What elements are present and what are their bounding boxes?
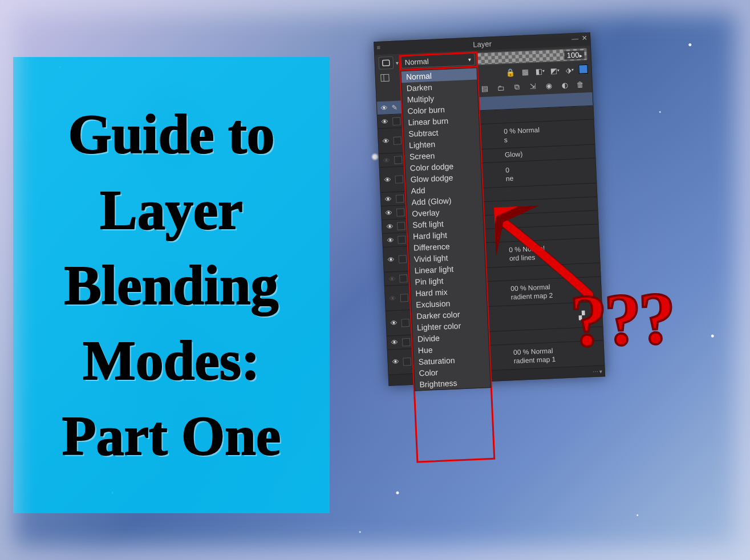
new-folder-icon[interactable]: 🗀: [495, 82, 507, 93]
chevron-down-icon[interactable]: ▾: [599, 368, 602, 374]
dots-icon[interactable]: ⋯: [593, 368, 598, 374]
transfer-icon[interactable]: ⇲: [526, 81, 538, 92]
layer-name-partial: radient map 2: [511, 291, 553, 301]
title-text: Guide to Layer Blending Modes: Part One: [30, 96, 313, 473]
layer-name-partial: Glow): [505, 150, 523, 159]
layer-meta: 0: [505, 166, 509, 174]
layer-color-swatch[interactable]: [578, 64, 588, 74]
menu-icon[interactable]: ≡: [376, 44, 379, 51]
svg-rect-0: [383, 60, 390, 66]
panel-title: Layer: [473, 39, 492, 48]
layer-thumb: [393, 136, 402, 145]
blend-mode-value: Normal: [404, 57, 429, 67]
layer-name-partial: ne: [506, 174, 514, 182]
question-marks: ???: [569, 275, 674, 364]
visibility-icon[interactable]: 👁: [380, 117, 391, 126]
close-icon[interactable]: ✕: [582, 34, 588, 42]
stepper-icon[interactable]: ▸: [579, 52, 582, 58]
layer-thumb: [400, 294, 409, 302]
layer-thumb: [399, 274, 408, 283]
grid-icon[interactable]: ▦: [519, 66, 531, 77]
layer-thumb: [397, 222, 406, 230]
visibility-icon[interactable]: 👁: [382, 156, 392, 165]
chevron-down-icon: ▾: [468, 56, 471, 62]
visibility-icon[interactable]: 👁: [390, 338, 400, 347]
pencil-icon: ✎: [392, 103, 398, 111]
layer-thumb: [394, 156, 403, 164]
visibility-icon[interactable]: 👁: [384, 209, 395, 217]
opacity-slider[interactable]: 100▸: [477, 48, 587, 65]
layer-meta: 0 % Normal: [504, 126, 540, 136]
visibility-icon[interactable]: 👁: [380, 137, 391, 145]
duplicate-icon[interactable]: ⧉: [510, 82, 522, 92]
blend-mode-list: NormalDarkenMultiplyColor burnLinear bur…: [400, 67, 490, 391]
visibility-icon[interactable]: 👁: [379, 104, 390, 112]
visibility-icon[interactable]: 👁: [382, 176, 393, 184]
layer-meta: 0 % Normal: [509, 245, 545, 254]
layer-thumb: [403, 357, 411, 366]
panel-layout-icon[interactable]: [379, 72, 391, 83]
visibility-icon[interactable]: 👁: [387, 274, 398, 283]
opacity-value: 100: [566, 50, 579, 59]
layer-name-partial: radient map 1: [514, 355, 556, 364]
ruler-icon[interactable]: ◩▾: [549, 65, 561, 76]
layer-thumb: [402, 338, 411, 347]
rectangle-icon: [382, 59, 391, 67]
layer-thumb: [399, 255, 407, 263]
ref-icon[interactable]: ⬗▾: [563, 64, 575, 75]
visibility-icon[interactable]: 👁: [384, 222, 395, 230]
visibility-icon[interactable]: 👁: [383, 195, 394, 204]
new-layer-icon[interactable]: ▤: [479, 83, 491, 94]
layer-name-partial: ord lines: [509, 253, 536, 262]
svg-rect-1: [381, 74, 390, 82]
visibility-icon[interactable]: 👁: [386, 255, 397, 263]
layer-thumb: [398, 236, 406, 244]
layer-name-partial: s: [504, 136, 508, 144]
layer-thumb: [395, 175, 403, 184]
layer-thumb: [401, 319, 410, 327]
layer-thumb: [396, 194, 404, 203]
layer-thumb: [396, 208, 405, 217]
layer-thumb: [392, 117, 401, 125]
visibility-icon[interactable]: 👁: [388, 319, 399, 327]
title-box: Guide to Layer Blending Modes: Part One: [13, 57, 330, 513]
svg-line-2: [384, 75, 384, 82]
chevron-down-icon[interactable]: ▾: [396, 59, 399, 66]
visibility-icon[interactable]: 👁: [390, 358, 401, 366]
visibility-icon[interactable]: 👁: [388, 294, 399, 302]
blend-mode-dropdown[interactable]: Normal ▾: [400, 53, 475, 69]
lock-icon[interactable]: 🔒: [504, 67, 516, 78]
visibility-icon[interactable]: 👁: [385, 236, 396, 244]
layer-type-button[interactable]: [378, 56, 394, 70]
trash-icon[interactable]: 🗑: [574, 79, 586, 90]
mask-icon[interactable]: ◧▾: [534, 66, 546, 76]
minimize-icon[interactable]: —: [571, 35, 579, 43]
mask-add-icon[interactable]: ◐: [558, 79, 570, 90]
merge-icon[interactable]: ◉: [542, 80, 554, 91]
